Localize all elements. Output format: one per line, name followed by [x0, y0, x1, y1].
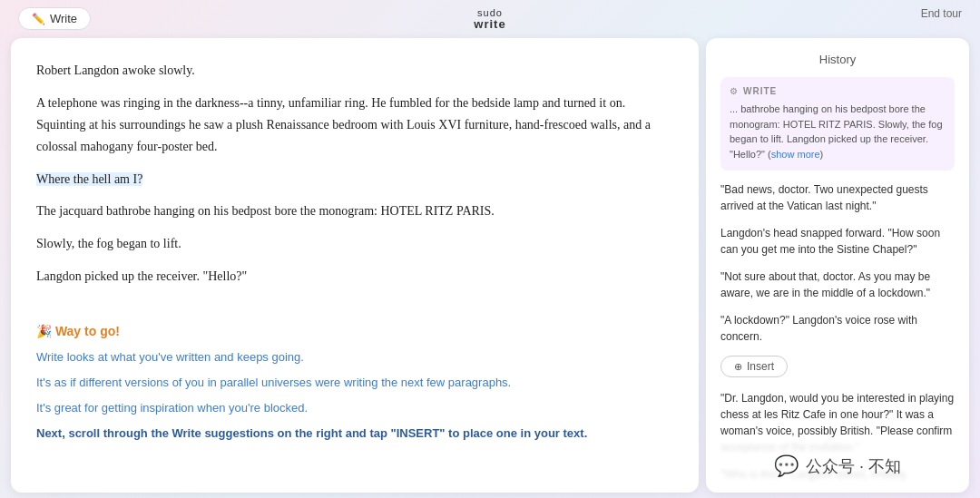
write-section: ⚙ WRITE ... bathrobe hanging on his bedp…	[720, 77, 955, 171]
history-entry-1: "Bad news, doctor. Two unexpected guests…	[720, 181, 955, 214]
hint-title: 🎉 Way to go!	[36, 324, 673, 338]
write-section-icon: ⚙	[730, 86, 738, 96]
write-section-text: ... bathrobe hanging on his bedpost bore…	[730, 102, 946, 161]
history-entry-4: "A lockdown?" Langdon's voice rose with …	[720, 312, 955, 345]
write-section-content: ... bathrobe hanging on his bedpost bore…	[730, 103, 943, 160]
highlighted-text: Where the hell am I?	[36, 172, 142, 186]
story-para-4: The jacquard bathrobe hanging on his bed…	[36, 200, 673, 222]
entry-3-text: "Not sure about that, doctor. As you may…	[720, 270, 930, 299]
right-panel[interactable]: History ⚙ WRITE ... bathrobe hanging on …	[706, 38, 969, 493]
wechat-icon: 💬	[774, 454, 799, 478]
hint-line-3: It's great for getting inspiration when …	[36, 398, 673, 418]
divider	[36, 298, 673, 317]
story-para-2: A telephone was ringing in the darkness-…	[36, 93, 673, 157]
wechat-text: 公众号 · 不知	[806, 455, 901, 477]
insert-button-1[interactable]: ⊕ Insert	[720, 356, 788, 377]
write-button[interactable]: ✏️ Write	[18, 7, 91, 30]
story-para-1: Robert Langdon awoke slowly.	[36, 60, 673, 82]
story-para-5: Slowly, the fog began to lift.	[36, 233, 673, 255]
hint-line-2: It's as if different versions of you in …	[36, 373, 673, 393]
app-logo: sudo write	[474, 7, 505, 31]
hint-title-text: Way to go!	[55, 324, 120, 338]
write-section-header: ⚙ WRITE	[730, 86, 946, 96]
hint-icon: 🎉	[36, 324, 52, 338]
entry-4-text: "A lockdown?" Langdon's voice rose with …	[720, 314, 917, 343]
write-hint-section: 🎉 Way to go! Write looks at what you've …	[36, 324, 673, 444]
show-more-link[interactable]: show more	[771, 149, 820, 160]
insert-label-1: Insert	[747, 360, 774, 373]
entry-1-text: "Bad news, doctor. Two unexpected guests…	[720, 183, 928, 212]
app-container: ✏️ Write sudo write End tour Robert Lang…	[0, 0, 980, 498]
entry-2-text: Langdon's head snapped forward. "How soo…	[720, 227, 940, 256]
story-para-6: Langdon picked up the receiver. "Hello?"	[36, 266, 673, 288]
hint-line-4: Next, scroll through the Write suggestio…	[36, 424, 673, 444]
insert-icon-1: ⊕	[734, 361, 742, 373]
history-title: History	[720, 53, 955, 66]
wechat-overlay: 💬 公众号 · 不知	[706, 441, 969, 491]
hint-body: Write looks at what you've written and k…	[36, 347, 673, 444]
left-panel: Robert Langdon awoke slowly. A telephone…	[11, 38, 699, 493]
main-layout: Robert Langdon awoke slowly. A telephone…	[0, 38, 980, 498]
write-button-label: Write	[50, 12, 77, 25]
write-section-label: WRITE	[743, 86, 777, 96]
history-entry-3: "Not sure about that, doctor. As you may…	[720, 269, 955, 301]
history-entry-2: Langdon's head snapped forward. "How soo…	[720, 225, 955, 258]
pen-icon: ✏️	[32, 13, 45, 25]
top-bar: ✏️ Write sudo write End tour	[0, 0, 980, 38]
end-tour-button[interactable]: End tour	[921, 7, 962, 20]
story-para-3: Where the hell am I?	[36, 169, 673, 190]
hint-line-1: Write looks at what you've written and k…	[36, 347, 673, 367]
story-text: Robert Langdon awoke slowly. A telephone…	[36, 60, 673, 287]
logo-write: write	[474, 18, 505, 31]
